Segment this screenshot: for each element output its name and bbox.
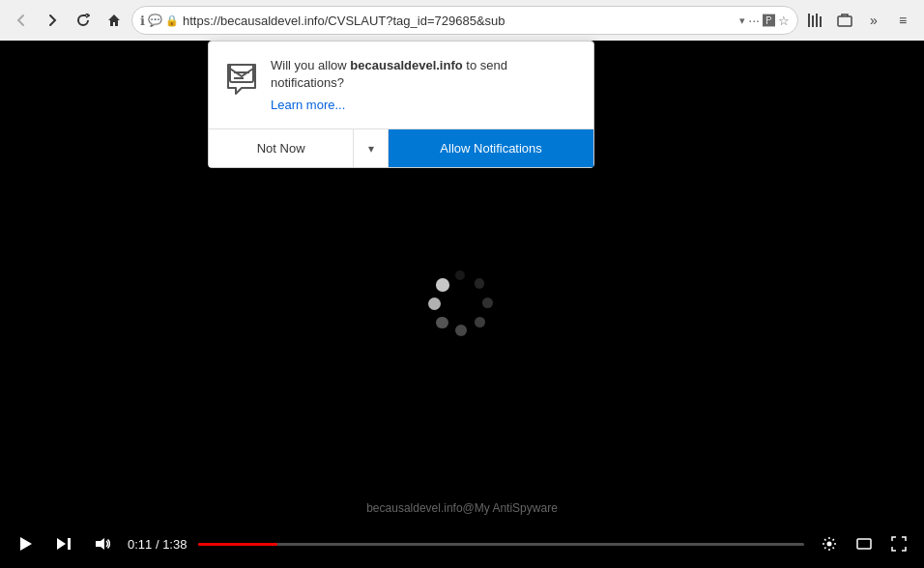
library-button[interactable]: [802, 7, 829, 34]
svg-rect-2: [816, 14, 818, 27]
reload-button[interactable]: [70, 7, 97, 34]
next-button[interactable]: [50, 530, 77, 557]
forward-button[interactable]: [39, 7, 66, 34]
chevron-right-icon: »: [870, 13, 878, 28]
spinner-dot: [428, 298, 441, 310]
svg-point-12: [827, 542, 832, 547]
dropdown-arrow[interactable]: ▾: [739, 14, 745, 27]
back-button[interactable]: [8, 7, 35, 34]
notification-popup: Will you allow becausaldevel.info to sen…: [208, 41, 594, 168]
bookmark-icon[interactable]: ☆: [778, 14, 790, 28]
popup-buttons: Not Now ▾ Allow Notifications: [209, 128, 593, 167]
progress-bar[interactable]: [198, 543, 804, 546]
allow-notifications-button[interactable]: Allow Notifications: [389, 129, 593, 167]
address-bar-icons: ℹ 💬 🔒: [140, 14, 179, 28]
toolbar-right: » ≡: [802, 7, 916, 34]
spinner-dot: [436, 317, 448, 329]
svg-marker-9: [57, 538, 66, 550]
spinner-dot: [436, 278, 449, 292]
pocket-icon[interactable]: 🅿: [763, 14, 775, 28]
address-bar-right: ▾ ··· 🅿 ☆: [739, 13, 790, 28]
svg-marker-8: [20, 537, 32, 551]
theater-mode-button[interactable]: [851, 530, 878, 557]
time-display: 0:11 / 1:38: [128, 537, 187, 552]
mute-button[interactable]: [89, 530, 116, 557]
menu-button[interactable]: ≡: [889, 7, 916, 34]
svg-marker-11: [96, 538, 104, 550]
svg-rect-0: [808, 14, 810, 27]
svg-rect-1: [812, 15, 814, 27]
url-input[interactable]: [183, 14, 736, 28]
notification-bell-icon: [224, 57, 259, 92]
browser-chrome: ℹ 💬 🔒 ▾ ··· 🅿 ☆: [0, 0, 924, 41]
settings-button[interactable]: [816, 530, 843, 557]
progress-fill: [198, 543, 276, 546]
loading-spinner: [423, 266, 501, 343]
popup-question: Will you allow becausaldevel.info to sen…: [271, 57, 578, 92]
lock-icon: 🔒: [165, 14, 179, 27]
spinner-dot: [482, 298, 493, 308]
chat-icon: 💬: [148, 14, 162, 27]
right-controls: [816, 530, 912, 557]
play-button[interactable]: [12, 530, 39, 557]
spinner-dot: [475, 278, 485, 289]
not-now-dropdown-button[interactable]: ▾: [354, 129, 389, 167]
spinner-dot: [475, 317, 486, 328]
not-now-button[interactable]: Not Now: [209, 129, 354, 167]
svg-rect-4: [838, 16, 852, 26]
address-bar[interactable]: ℹ 💬 🔒 ▾ ··· 🅿 ☆: [131, 6, 798, 35]
svg-rect-13: [857, 539, 871, 549]
new-tab-button[interactable]: »: [860, 7, 887, 34]
dropdown-chevron-icon: ▾: [368, 142, 374, 156]
more-options-icon[interactable]: ···: [748, 13, 760, 28]
svg-rect-10: [68, 538, 71, 550]
popup-body: Will you allow becausaldevel.info to sen…: [209, 42, 593, 128]
synced-tabs-button[interactable]: [831, 7, 858, 34]
learn-more-link[interactable]: Learn more...: [271, 98, 345, 112]
watermark: becausaldevel.info@My AntiSpyware: [366, 501, 558, 515]
spinner-dot: [455, 325, 467, 336]
popup-domain: becausaldevel.info: [350, 58, 462, 72]
browser-toolbar: ℹ 💬 🔒 ▾ ··· 🅿 ☆: [0, 0, 924, 41]
spinner-dot: [455, 270, 465, 280]
video-controls: 0:11 / 1:38: [0, 520, 924, 568]
home-button[interactable]: [101, 7, 128, 34]
info-icon: ℹ: [140, 14, 145, 28]
fullscreen-button[interactable]: [885, 530, 912, 557]
hamburger-icon: ≡: [899, 13, 907, 28]
popup-text: Will you allow becausaldevel.info to sen…: [271, 57, 578, 113]
svg-rect-3: [820, 16, 822, 27]
